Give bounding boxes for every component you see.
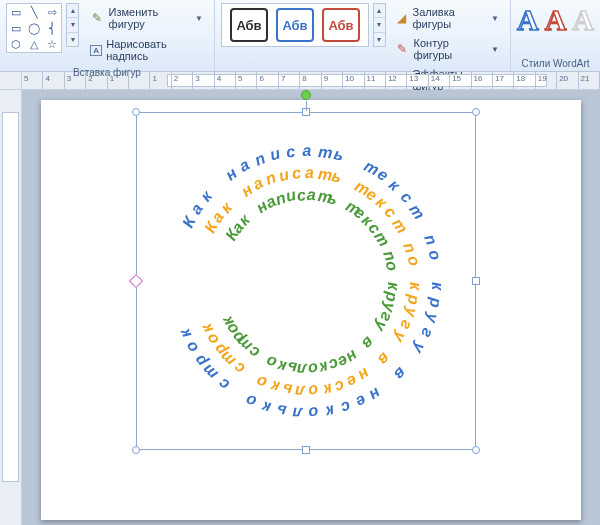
wordart-char: а xyxy=(305,164,314,182)
shape-tri-icon[interactable]: △ xyxy=(26,37,42,51)
edit-shape-icon: ✎ xyxy=(90,10,105,26)
wordart-style-1[interactable]: A xyxy=(517,3,539,37)
canvas-background[interactable]: Как написать текст по кругу в несколько … xyxy=(22,90,600,525)
shapes-gallery[interactable]: ▭ ╲ ⇨ ▭ ◯ ⎨ ⬡ △ ☆ xyxy=(6,3,62,53)
selection-border xyxy=(136,112,476,450)
ruler-tick xyxy=(193,72,214,89)
ruler-tick xyxy=(172,72,193,89)
wordart-char: а xyxy=(302,142,311,160)
vertical-ruler[interactable] xyxy=(0,90,22,525)
dropdown-icon: ▼ xyxy=(195,14,203,23)
wordart-style-3[interactable]: A xyxy=(572,3,594,37)
wordart-selection[interactable]: Как написать текст по кругу в несколько … xyxy=(136,112,476,450)
scroll-down-icon[interactable]: ▾ xyxy=(374,18,385,32)
shape-outline-button[interactable]: ✎ Контур фигуры ▼ xyxy=(390,34,504,64)
textbox-icon: A xyxy=(90,45,102,56)
ruler-tick xyxy=(215,72,236,89)
resize-handle-mr[interactable] xyxy=(472,277,480,285)
resize-handle-br[interactable] xyxy=(472,446,480,454)
shape-brace-icon[interactable]: ⎨ xyxy=(44,21,60,35)
ruler-tick xyxy=(300,72,321,89)
wordart-char: л xyxy=(297,360,307,378)
group-insert-shapes: ▭ ╲ ⇨ ▭ ◯ ⎨ ⬡ △ ☆ ▴ ▾ ▾ ✎ Изменить фигур… xyxy=(0,0,215,71)
ruler-tick xyxy=(108,72,129,89)
ruler-tick xyxy=(86,72,107,89)
shape-arrow-icon[interactable]: ⇨ xyxy=(44,5,60,19)
style-gallery-scroll[interactable]: ▴ ▾ ▾ xyxy=(373,3,386,47)
ruler-tick xyxy=(257,72,278,89)
shape-fill-button[interactable]: ◢ Заливка фигуры ▼ xyxy=(390,3,504,33)
shape-oval-icon[interactable]: ◯ xyxy=(26,21,42,35)
wordart-char: ь xyxy=(286,359,297,378)
resize-handle-bl[interactable] xyxy=(132,446,140,454)
wordart-char: к xyxy=(384,282,402,290)
ruler-tick xyxy=(450,72,471,89)
wordart-char: т xyxy=(318,143,334,162)
ruler-tick xyxy=(236,72,257,89)
ruler-tick xyxy=(386,72,407,89)
scroll-down-icon[interactable]: ▾ xyxy=(67,18,78,32)
scroll-up-icon[interactable]: ▴ xyxy=(67,4,78,18)
scroll-more-icon[interactable]: ▾ xyxy=(67,33,78,46)
edit-shape-label: Изменить фигуру xyxy=(109,6,189,30)
shape-line-icon[interactable]: ╲ xyxy=(26,5,42,19)
style-swatch-3[interactable]: Абв xyxy=(322,8,360,42)
draw-textbox-button[interactable]: A Нарисовать надпись xyxy=(85,35,208,65)
wordart-char: р xyxy=(426,297,445,309)
ruler-tick xyxy=(279,72,300,89)
ruler-tick xyxy=(129,72,150,89)
ribbon: ▭ ╲ ⇨ ▭ ◯ ⎨ ⬡ △ ☆ ▴ ▾ ▾ ✎ Изменить фигур… xyxy=(0,0,600,72)
wordart-char: к xyxy=(406,282,424,290)
wordart-char: а xyxy=(307,186,316,204)
wordart-char: л xyxy=(292,404,302,422)
style-swatch-2[interactable]: Абв xyxy=(276,8,314,42)
group-wordart: A A A Стили WordArt xyxy=(511,0,600,71)
wordart-char: с xyxy=(291,164,302,183)
ruler-tick xyxy=(43,72,64,89)
ruler-tick xyxy=(343,72,364,89)
ruler-tick xyxy=(150,72,171,89)
bucket-icon: ◢ xyxy=(395,10,409,26)
dropdown-icon: ▼ xyxy=(491,45,499,54)
ruler-corner xyxy=(0,72,22,89)
shape-outline-label: Контур фигуры xyxy=(414,37,485,61)
wordart-char: р xyxy=(404,294,423,306)
document-page[interactable]: Как написать текст по кругу в несколько … xyxy=(41,100,581,520)
wordart-char: л xyxy=(295,382,305,400)
wordart-char: о xyxy=(307,359,319,378)
shape-textbox-icon[interactable]: ▭ xyxy=(8,5,24,19)
ruler-tick xyxy=(514,72,535,89)
ruler-tick xyxy=(365,72,386,89)
edit-shape-button[interactable]: ✎ Изменить фигуру ▼ xyxy=(85,3,208,33)
shape-style-gallery[interactable]: Абв Абв Абв xyxy=(221,3,369,47)
shape-fill-label: Заливка фигуры xyxy=(413,6,486,30)
wordart-char: с xyxy=(296,186,307,205)
shapes-gallery-scroll[interactable]: ▴ ▾ ▾ xyxy=(66,3,79,47)
ruler-tick xyxy=(22,72,43,89)
draw-textbox-label: Нарисовать надпись xyxy=(106,38,203,62)
resize-handle-tr[interactable] xyxy=(472,108,480,116)
wordart-gallery[interactable]: A A A xyxy=(517,3,594,37)
ruler-tick xyxy=(579,72,600,89)
group-label-wordart: Стили WordArt xyxy=(517,56,594,69)
ruler-tick xyxy=(65,72,86,89)
shape-star-icon[interactable]: ☆ xyxy=(44,37,60,51)
ruler-tick xyxy=(557,72,578,89)
ruler-tick xyxy=(322,72,343,89)
wordart-char: о xyxy=(308,403,319,422)
ruler-tick xyxy=(407,72,428,89)
shape-hex-icon[interactable]: ⬡ xyxy=(8,37,24,51)
shape-rect-icon[interactable]: ▭ xyxy=(8,21,24,35)
workspace: Как написать текст по кругу в несколько … xyxy=(0,90,600,525)
scroll-up-icon[interactable]: ▴ xyxy=(374,4,385,18)
group-shape-styles: Абв Абв Абв ▴ ▾ ▾ ◢ Заливка фигуры ▼ ✎ К… xyxy=(215,0,511,71)
horizontal-ruler[interactable] xyxy=(0,72,600,90)
style-swatch-1[interactable]: Абв xyxy=(230,8,268,42)
resize-handle-bm[interactable] xyxy=(302,446,310,454)
resize-handle-tl[interactable] xyxy=(132,108,140,116)
scroll-more-icon[interactable]: ▾ xyxy=(374,33,385,46)
dropdown-icon: ▼ xyxy=(491,14,499,23)
rotate-handle[interactable] xyxy=(301,90,311,100)
ruler-tick xyxy=(493,72,514,89)
wordart-style-2[interactable]: A xyxy=(545,3,567,37)
